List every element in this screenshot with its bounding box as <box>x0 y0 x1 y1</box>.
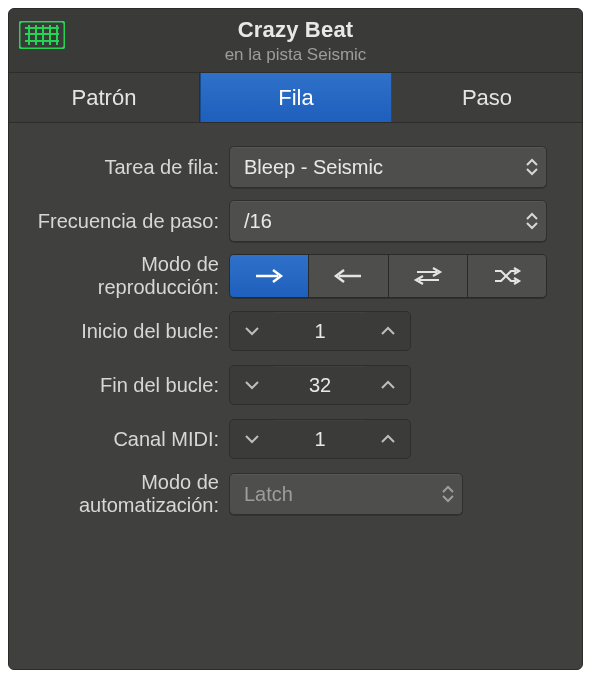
label-loop-end: Fin del bucle: <box>19 374 229 397</box>
tab-bar: Patrón Fila Paso <box>9 73 582 123</box>
chevron-down-icon <box>244 380 260 390</box>
stepper-loop-end: 32 <box>229 365 411 405</box>
arrow-pingpong-icon <box>413 266 443 286</box>
loop-start-decrement-button[interactable] <box>230 312 274 350</box>
keyboard-icon <box>19 21 65 49</box>
chevron-down-icon <box>244 434 260 444</box>
midi-channel-decrement-button[interactable] <box>230 420 274 458</box>
select-automation-mode[interactable]: Latch <box>229 473 463 515</box>
stepper-midi-channel: 1 <box>229 419 411 459</box>
arrow-right-icon <box>254 267 284 285</box>
panel-header: Crazy Beat en la pista Seismic <box>9 9 582 73</box>
row-loop-end: Fin del bucle: 32 <box>19 363 564 407</box>
row-automation-mode: Modo de automatización: Latch <box>19 471 564 517</box>
arrow-left-icon <box>333 267 363 285</box>
tab-step[interactable]: Paso <box>392 73 582 122</box>
stepper-loop-start: 1 <box>229 311 411 351</box>
chevron-down-icon <box>244 326 260 336</box>
midi-channel-value[interactable]: 1 <box>274 420 366 458</box>
inspector-panel: Crazy Beat en la pista Seismic Patrón Fi… <box>8 8 583 670</box>
label-row-task: Tarea de fila: <box>19 156 229 179</box>
label-loop-start: Inicio del bucle: <box>19 320 229 343</box>
row-row-task: Tarea de fila: Bleep - Seismic <box>19 145 564 189</box>
playback-forward-button[interactable] <box>230 255 309 297</box>
chevron-up-icon <box>380 434 396 444</box>
select-row-task-value: Bleep - Seismic <box>244 156 383 179</box>
row-step-rate: Frecuencia de paso: /16 <box>19 199 564 243</box>
updown-icon <box>526 212 538 230</box>
updown-icon <box>526 158 538 176</box>
select-step-rate[interactable]: /16 <box>229 200 547 242</box>
label-midi-channel: Canal MIDI: <box>19 428 229 451</box>
playback-backward-button[interactable] <box>309 255 388 297</box>
chevron-up-icon <box>380 326 396 336</box>
chevron-up-icon <box>380 380 396 390</box>
label-automation-mode: Modo de automatización: <box>19 471 229 517</box>
updown-icon <box>442 485 454 503</box>
select-step-rate-value: /16 <box>244 210 272 233</box>
label-step-rate: Frecuencia de paso: <box>19 210 229 233</box>
label-play-mode: Modo de reproducción: <box>19 253 229 299</box>
subtitle: en la pista Seismic <box>17 45 574 65</box>
title: Crazy Beat <box>17 17 574 43</box>
content: Tarea de fila: Bleep - Seismic Frecuenci… <box>9 123 582 537</box>
loop-start-increment-button[interactable] <box>366 312 410 350</box>
playback-pingpong-button[interactable] <box>389 255 468 297</box>
playback-mode-segmented <box>229 254 547 298</box>
loop-end-value[interactable]: 32 <box>274 366 366 404</box>
row-play-mode: Modo de reproducción: <box>19 253 564 299</box>
tab-row[interactable]: Fila <box>200 73 392 122</box>
select-row-task[interactable]: Bleep - Seismic <box>229 146 547 188</box>
loop-end-decrement-button[interactable] <box>230 366 274 404</box>
tab-pattern[interactable]: Patrón <box>9 73 200 122</box>
loop-end-increment-button[interactable] <box>366 366 410 404</box>
midi-channel-increment-button[interactable] <box>366 420 410 458</box>
arrow-shuffle-icon <box>492 266 522 286</box>
playback-random-button[interactable] <box>468 255 546 297</box>
row-loop-start: Inicio del bucle: 1 <box>19 309 564 353</box>
row-midi-channel: Canal MIDI: 1 <box>19 417 564 461</box>
loop-start-value[interactable]: 1 <box>274 312 366 350</box>
select-automation-mode-value: Latch <box>244 483 293 506</box>
